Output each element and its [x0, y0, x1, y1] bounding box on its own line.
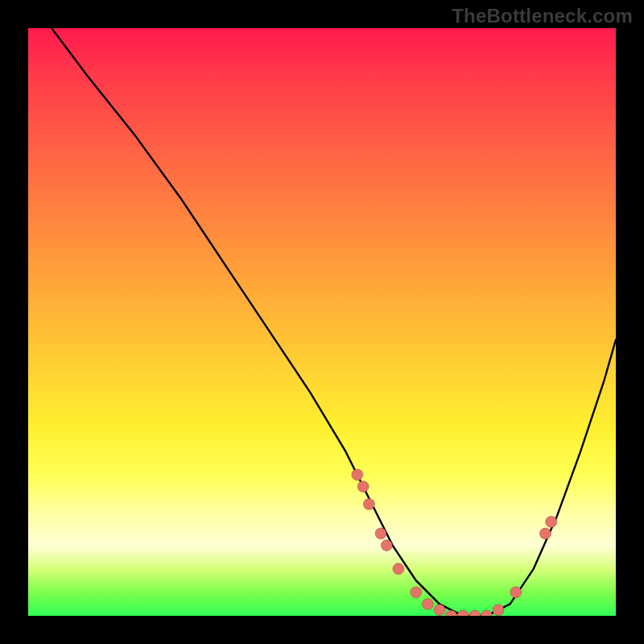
highlighted-point: [434, 605, 445, 616]
watermark-text: TheBottleneck.com: [452, 5, 633, 27]
bottleneck-curve: [52, 28, 616, 616]
highlighted-point: [539, 528, 551, 539]
highlighted-point: [357, 481, 369, 492]
highlighted-point: [381, 539, 392, 551]
highlighted-point: [422, 598, 433, 609]
chart-overlay: [28, 28, 616, 616]
highlighted-points-group: [352, 469, 557, 616]
highlighted-point: [363, 498, 374, 510]
highlighted-point: [510, 587, 522, 598]
highlighted-point: [375, 528, 386, 539]
highlighted-point: [457, 610, 469, 616]
chart-frame: TheBottleneck.com: [0, 0, 644, 644]
highlighted-point: [352, 469, 363, 481]
highlighted-point: [469, 610, 481, 616]
highlighted-point: [546, 516, 557, 527]
highlighted-point: [493, 605, 504, 616]
highlighted-point: [411, 587, 422, 598]
highlighted-point: [481, 610, 492, 616]
plot-area: [28, 28, 616, 616]
highlighted-point: [393, 564, 404, 575]
